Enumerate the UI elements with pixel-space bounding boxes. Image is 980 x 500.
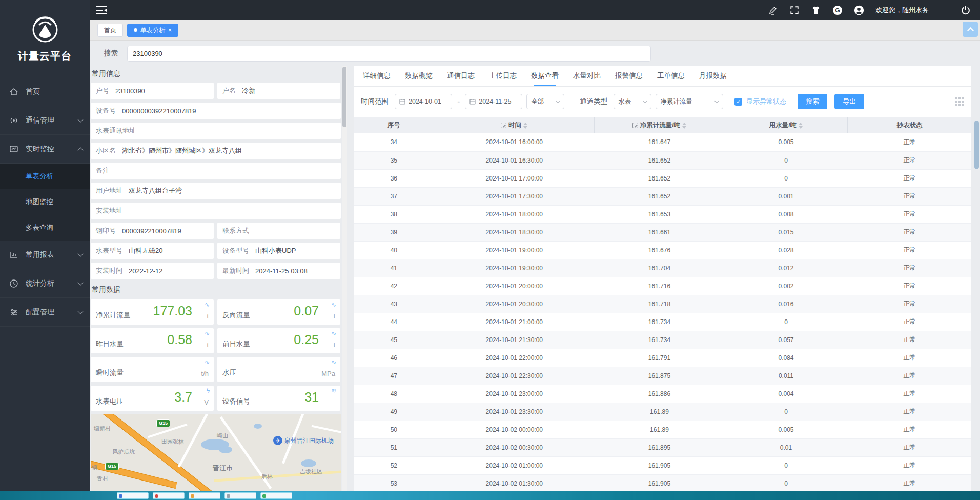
abnormal-checkbox[interactable]: ✓ (734, 98, 742, 106)
map-water (301, 459, 316, 467)
cell-time: 2024-10-01 20:00:00 (434, 277, 595, 295)
metric-waveform-icon[interactable]: ∿ (331, 301, 336, 308)
cell-time: 2024-10-02 01:30:00 (434, 474, 595, 492)
metric-waveform-icon[interactable]: ≋ (331, 387, 336, 394)
tab-upload-log[interactable]: 上传日志 (489, 71, 517, 86)
cell-seq: 44 (354, 313, 434, 331)
tab-comm-log[interactable]: 通信日志 (447, 71, 475, 86)
cell-seq: 40 (354, 241, 434, 259)
sort-icon[interactable] (799, 123, 803, 129)
sort-icon[interactable] (523, 123, 527, 129)
sidebar-item-realtime-monitor[interactable]: 实时监控 (0, 135, 90, 164)
date-from-input[interactable]: 2024-10-01 (395, 94, 452, 109)
chevron-down-icon (643, 98, 648, 104)
col-seq: 序号 (354, 117, 434, 133)
col-usage[interactable]: 用水量/吨 (724, 117, 848, 133)
crumb-tab-home[interactable]: 首页 (97, 24, 123, 37)
table-row: 42 2024-10-01 20:00:00 161.716 0.002 正常 (354, 277, 971, 295)
cell-usage: 0 (724, 474, 848, 492)
table-row: 53 2024-10-02 01:30:00 161.905 0 正常 (354, 474, 971, 492)
col-time[interactable]: 时间 (434, 117, 595, 133)
cell-seq: 35 (354, 151, 434, 169)
metric-value: 0.25 (294, 332, 319, 347)
fullscreen-icon[interactable] (789, 5, 800, 15)
tab-detail-info[interactable]: 详细信息 (363, 71, 391, 86)
back-to-top-button[interactable] (963, 22, 978, 37)
app-title: 计量云平台 (0, 49, 90, 63)
collapse-menu-icon[interactable] (96, 6, 107, 15)
sidebar-subitem[interactable]: 地图监控 (0, 189, 90, 215)
sidebar-subitem[interactable]: 单表分析 (0, 164, 90, 189)
search-button[interactable]: 搜索 (798, 94, 827, 109)
close-icon[interactable]: × (168, 24, 172, 36)
cell-time: 2024-10-01 17:00:00 (434, 169, 595, 187)
edit-column-icon[interactable] (501, 123, 506, 128)
metric-waveform-icon[interactable]: ∿ (205, 358, 210, 366)
cell-net-flow: 161.661 (595, 223, 724, 241)
table-row: 37 2024-10-01 17:30:00 161.652 0.001 正常 (354, 187, 971, 205)
sidebar-nav: 首页 通信管理 实时监控 单表分析 地图监控 (0, 77, 90, 327)
cell-net-flow: 161.905 (595, 474, 724, 492)
metric-waveform-icon[interactable]: ∿ (331, 330, 336, 337)
metric-waveform-icon[interactable]: ∿ (331, 358, 336, 366)
sidebar-item-communication[interactable]: 通信管理 (0, 106, 90, 135)
tab-water-compare[interactable]: 水量对比 (573, 71, 601, 86)
col-net-flow[interactable]: 净累计流量/吨 (595, 117, 724, 133)
info-field-label: 户号 (96, 86, 109, 95)
edit-column-icon[interactable] (632, 123, 638, 128)
tab-workorder-info[interactable]: 工单信息 (657, 71, 685, 86)
left-panel-scrollbar[interactable] (342, 66, 347, 491)
airplane-icon: ✈ (273, 436, 282, 445)
cell-net-flow: 161.652 (595, 187, 724, 205)
metric-select[interactable]: 净累计流量 (656, 94, 723, 109)
logout-power-icon[interactable] (961, 5, 971, 15)
location-map[interactable]: G15 G15 塘新村 田园张林 崎山 风炉后坑 镇 晋江市 后林 青村 吉坂社… (91, 414, 341, 491)
avatar[interactable] (854, 5, 864, 15)
metric-value: 31 (304, 390, 319, 405)
metric-card: 水压 MPa ∿ (217, 357, 340, 382)
taskbar-window-preview[interactable] (224, 492, 256, 499)
readings-table: 序号 时间 净累计流量/吨 用水量/吨 抄表状态 34 2024-10-01 1… (354, 117, 971, 493)
scrollbar-thumb[interactable] (342, 67, 346, 127)
google-badge-icon[interactable]: G (832, 5, 843, 15)
range-select[interactable]: 全部 (526, 94, 564, 109)
date-to-input[interactable]: 2024-11-25 (465, 94, 522, 109)
theme-tshirt-icon[interactable] (811, 5, 821, 15)
metric-waveform-icon[interactable]: ∿ (205, 330, 210, 337)
airport-marker[interactable]: ✈ 泉州晋江国际机场 (273, 436, 334, 445)
tab-monthly-report[interactable]: 月报数据 (699, 71, 727, 86)
info-field-label: 小区名 (96, 146, 116, 155)
channel-select[interactable]: 水表 (614, 94, 651, 109)
sidebar-item-home[interactable]: 首页 (0, 77, 90, 106)
export-button[interactable]: 导出 (834, 94, 864, 109)
tab-data-view[interactable]: 数据查看 (531, 71, 559, 86)
sidebar-item-reports[interactable]: 常用报表 (0, 241, 90, 269)
crumb-tab-label: 单表分析 (140, 24, 165, 36)
search-input[interactable] (127, 46, 651, 62)
taskbar-window-preview[interactable] (153, 492, 185, 499)
cell-usage: 0.028 (724, 241, 848, 259)
sidebar-subitem[interactable]: 多表查询 (0, 215, 90, 241)
sidebar-item-configuration[interactable]: 配置管理 (0, 298, 90, 327)
metric-waveform-icon[interactable]: ∿ (205, 301, 210, 308)
edit-icon[interactable] (768, 5, 778, 15)
taskbar-window-preview[interactable] (189, 492, 220, 499)
taskbar-window-preview[interactable] (260, 492, 292, 499)
highway-badge: G15 (156, 419, 170, 427)
cell-usage: 0.008 (724, 205, 848, 223)
cell-net-flow: 161.895 (595, 438, 724, 456)
column-settings-icon[interactable] (955, 97, 964, 106)
tab-data-overview[interactable]: 数据概览 (405, 71, 433, 86)
cell-time: 2024-10-01 22:30:00 (434, 367, 595, 385)
table-scrollbar-thumb[interactable] (974, 121, 979, 169)
taskbar-window-preview[interactable] (117, 492, 149, 499)
tab-alarm-info[interactable]: 报警信息 (615, 71, 643, 86)
cell-net-flow: 161.905 (595, 456, 724, 474)
os-taskbar[interactable] (0, 491, 980, 500)
crumb-tab-active[interactable]: 单表分析 × (127, 24, 178, 37)
sort-icon[interactable] (682, 123, 686, 129)
metric-card: 瞬时流量 t/h ∿ (91, 357, 214, 382)
cell-seq: 36 (354, 169, 434, 187)
sidebar-item-statistics[interactable]: 统计分析 (0, 269, 90, 298)
metric-waveform-icon[interactable]: ϟ (207, 387, 210, 394)
